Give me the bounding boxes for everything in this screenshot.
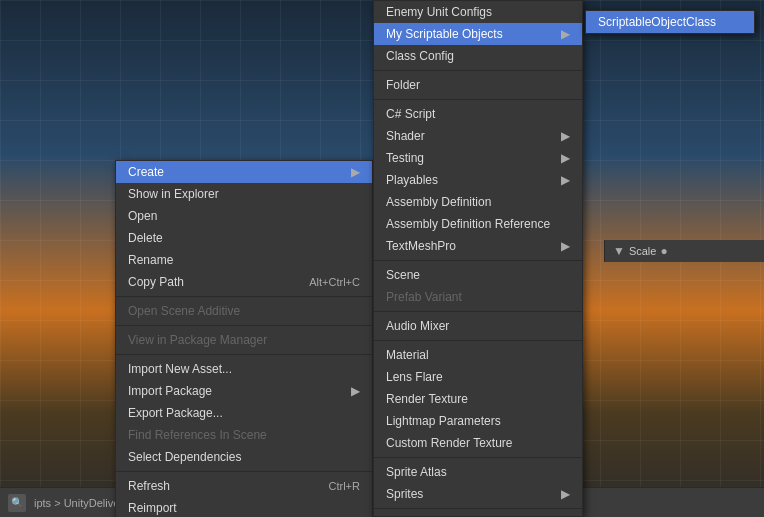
menu-item-class-config-label: Class Config [386, 49, 454, 63]
menu-item-reimport-label: Reimport [128, 501, 177, 515]
menu-item-testing-arrow: ▶ [561, 151, 570, 165]
menu-item-prefab-variant: Prefab Variant [374, 286, 582, 308]
separator-r1 [374, 70, 582, 71]
menu-item-show-in-explorer-label: Show in Explorer [128, 187, 219, 201]
menu-item-enemy-unit-configs-label: Enemy Unit Configs [386, 5, 492, 19]
menu-item-scriptable-object-class[interactable]: ScriptableObjectClass [586, 11, 754, 33]
menu-item-import-package[interactable]: Import Package ▶ [116, 380, 372, 402]
menu-item-select-dependencies[interactable]: Select Dependencies [116, 446, 372, 468]
menu-item-create-arrow: ▶ [351, 165, 360, 179]
separator-3 [116, 354, 372, 355]
menu-item-assembly-definition-reference[interactable]: Assembly Definition Reference [374, 213, 582, 235]
menu-item-scene-label: Scene [386, 268, 420, 282]
menu-item-open-scene-additive-label: Open Scene Additive [128, 304, 240, 318]
menu-item-show-in-explorer[interactable]: Show in Explorer [116, 183, 372, 205]
separator-r2 [374, 99, 582, 100]
menu-item-testing[interactable]: Testing ▶ [374, 147, 582, 169]
menu-item-shader[interactable]: Shader ▶ [374, 125, 582, 147]
menu-item-reimport[interactable]: Reimport [116, 497, 372, 517]
menu-item-sprites[interactable]: Sprites ▶ [374, 483, 582, 505]
menu-item-animator-controller[interactable]: Animator Controller [374, 512, 582, 517]
menu-item-folder[interactable]: Folder [374, 74, 582, 96]
menu-item-prefab-variant-label: Prefab Variant [386, 290, 462, 304]
menu-item-import-new-asset-label: Import New Asset... [128, 362, 232, 376]
menu-item-import-package-arrow: ▶ [351, 384, 360, 398]
menu-item-export-package-label: Export Package... [128, 406, 223, 420]
menu-item-my-scriptable-objects[interactable]: My Scriptable Objects ▶ [374, 23, 582, 45]
menu-item-custom-render-texture-label: Custom Render Texture [386, 436, 513, 450]
menu-item-playables[interactable]: Playables ▶ [374, 169, 582, 191]
menu-item-assembly-definition-label: Assembly Definition [386, 195, 491, 209]
menu-item-material[interactable]: Material [374, 344, 582, 366]
menu-item-csharp-script[interactable]: C# Script [374, 103, 582, 125]
menu-item-material-label: Material [386, 348, 429, 362]
menu-item-lens-flare-label: Lens Flare [386, 370, 443, 384]
menu-item-open-label: Open [128, 209, 157, 223]
menu-item-sprites-arrow: ▶ [561, 487, 570, 501]
menu-item-folder-label: Folder [386, 78, 420, 92]
menu-item-textmeshpro-label: TextMeshPro [386, 239, 456, 253]
menu-item-view-package-manager: View in Package Manager [116, 329, 372, 351]
menu-item-delete[interactable]: Delete [116, 227, 372, 249]
menu-item-find-references-label: Find References In Scene [128, 428, 267, 442]
scale-indicator: ● [660, 244, 667, 258]
separator-r6 [374, 457, 582, 458]
menu-item-audio-mixer[interactable]: Audio Mixer [374, 315, 582, 337]
menu-item-sprite-atlas-label: Sprite Atlas [386, 465, 447, 479]
context-menu-create: Enemy Unit Configs My Scriptable Objects… [373, 0, 583, 517]
menu-item-import-package-label: Import Package [128, 384, 212, 398]
menu-item-select-dependencies-label: Select Dependencies [128, 450, 241, 464]
menu-item-testing-label: Testing [386, 151, 424, 165]
menu-item-shader-label: Shader [386, 129, 425, 143]
scale-label: Scale [629, 245, 657, 257]
menu-item-scriptable-object-class-label: ScriptableObjectClass [598, 15, 716, 29]
separator-2 [116, 325, 372, 326]
separator-r5 [374, 340, 582, 341]
menu-item-scene[interactable]: Scene [374, 264, 582, 286]
separator-1 [116, 296, 372, 297]
context-menu-left: Create ▶ Show in Explorer Open Delete Re… [115, 160, 373, 517]
menu-item-custom-render-texture[interactable]: Custom Render Texture [374, 432, 582, 454]
menu-item-shader-arrow: ▶ [561, 129, 570, 143]
menu-item-enemy-unit-configs[interactable]: Enemy Unit Configs [374, 1, 582, 23]
menu-item-open[interactable]: Open [116, 205, 372, 227]
separator-4 [116, 471, 372, 472]
menu-item-playables-arrow: ▶ [561, 173, 570, 187]
menu-item-textmeshpro[interactable]: TextMeshPro ▶ [374, 235, 582, 257]
separator-r4 [374, 311, 582, 312]
menu-item-csharp-script-label: C# Script [386, 107, 435, 121]
menu-item-refresh[interactable]: Refresh Ctrl+R [116, 475, 372, 497]
menu-item-class-config[interactable]: Class Config [374, 45, 582, 67]
menu-item-refresh-label: Refresh [128, 479, 170, 493]
menu-item-my-scriptable-objects-arrow: ▶ [561, 27, 570, 41]
menu-item-rename-label: Rename [128, 253, 173, 267]
menu-item-assembly-definition[interactable]: Assembly Definition [374, 191, 582, 213]
menu-item-import-new-asset[interactable]: Import New Asset... [116, 358, 372, 380]
context-menu-scriptable-objects: ScriptableObjectClass [585, 10, 755, 34]
menu-item-delete-label: Delete [128, 231, 163, 245]
separator-r7 [374, 508, 582, 509]
separator-r3 [374, 260, 582, 261]
menu-item-find-references: Find References In Scene [116, 424, 372, 446]
search-icon[interactable]: 🔍 [8, 494, 26, 512]
menu-item-sprites-label: Sprites [386, 487, 423, 501]
menu-item-create-label: Create [128, 165, 164, 179]
menu-item-rename[interactable]: Rename [116, 249, 372, 271]
menu-item-copy-path[interactable]: Copy Path Alt+Ctrl+C [116, 271, 372, 293]
menu-item-open-scene-additive: Open Scene Additive [116, 300, 372, 322]
menu-item-lightmap-parameters-label: Lightmap Parameters [386, 414, 501, 428]
menu-item-render-texture[interactable]: Render Texture [374, 388, 582, 410]
menu-item-my-scriptable-objects-label: My Scriptable Objects [386, 27, 503, 41]
menu-item-sprite-atlas[interactable]: Sprite Atlas [374, 461, 582, 483]
menu-item-view-package-manager-label: View in Package Manager [128, 333, 267, 347]
menu-item-audio-mixer-label: Audio Mixer [386, 319, 449, 333]
menu-item-lightmap-parameters[interactable]: Lightmap Parameters [374, 410, 582, 432]
menu-item-copy-path-shortcut: Alt+Ctrl+C [309, 276, 360, 288]
menu-item-lens-flare[interactable]: Lens Flare [374, 366, 582, 388]
menu-item-refresh-shortcut: Ctrl+R [329, 480, 360, 492]
menu-item-textmeshpro-arrow: ▶ [561, 239, 570, 253]
menu-item-create[interactable]: Create ▶ [116, 161, 372, 183]
menu-item-render-texture-label: Render Texture [386, 392, 468, 406]
scale-dropdown-icon[interactable]: ▼ [613, 244, 625, 258]
menu-item-export-package[interactable]: Export Package... [116, 402, 372, 424]
